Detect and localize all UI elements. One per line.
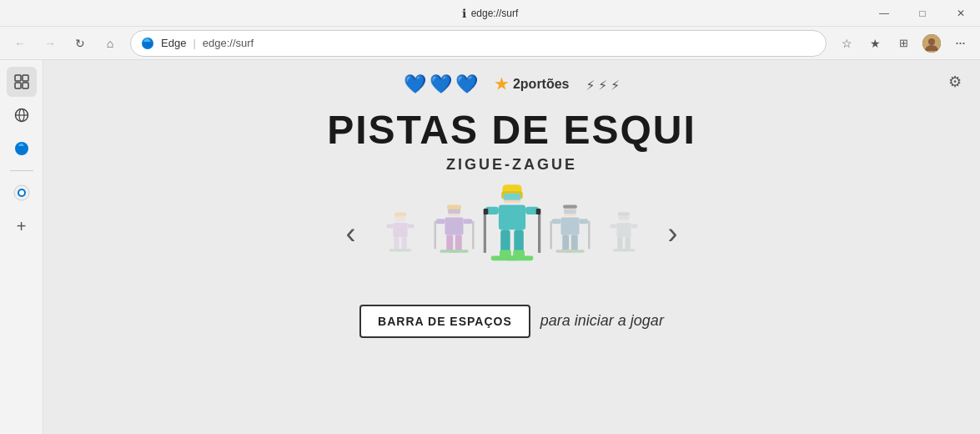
title-bar-text: edge://surf bbox=[471, 8, 519, 19]
characters-display bbox=[379, 190, 645, 278]
add-icon: + bbox=[17, 217, 27, 236]
star-icon: ★ bbox=[495, 75, 508, 93]
character-carousel: ‹ bbox=[336, 190, 688, 278]
svg-rect-16 bbox=[393, 223, 407, 237]
home-button[interactable]: ⌂ bbox=[97, 30, 123, 57]
sidebar-icon-globe[interactable] bbox=[7, 100, 37, 130]
favorites-icon: ☆ bbox=[842, 37, 852, 50]
svg-rect-43 bbox=[538, 210, 540, 253]
carousel-right-button[interactable]: › bbox=[658, 219, 688, 249]
svg-rect-61 bbox=[570, 235, 577, 250]
title-bar-controls: — □ ✕ bbox=[865, 0, 980, 26]
address-separator: | bbox=[193, 37, 195, 49]
start-section: BARRA DE ESPAÇOS para iniciar a jogar bbox=[359, 305, 664, 338]
more-icon: ··· bbox=[955, 34, 965, 52]
svg-rect-45 bbox=[535, 209, 540, 214]
svg-rect-38 bbox=[503, 193, 520, 199]
svg-rect-3 bbox=[15, 75, 21, 81]
heart-3: 💙 bbox=[455, 73, 478, 95]
game-title: PISTAS DE ESQUI bbox=[327, 108, 696, 153]
globe-icon bbox=[14, 108, 29, 123]
character-4-sprite bbox=[550, 203, 590, 273]
svg-rect-27 bbox=[435, 219, 445, 224]
home-icon: ⌂ bbox=[107, 37, 113, 50]
svg-rect-32 bbox=[455, 235, 461, 250]
carousel-left-button[interactable]: ‹ bbox=[336, 219, 366, 249]
refresh-button[interactable]: ↻ bbox=[67, 30, 93, 57]
character-5[interactable] bbox=[607, 211, 640, 270]
collections-button[interactable]: ⊞ bbox=[890, 30, 917, 57]
favorites-button[interactable]: ☆ bbox=[833, 30, 860, 57]
tabs-icon bbox=[14, 74, 29, 89]
sidebar-icon-edge[interactable] bbox=[7, 134, 37, 164]
heart-1: 💙 bbox=[404, 73, 426, 95]
svg-rect-19 bbox=[394, 237, 399, 250]
svg-rect-22 bbox=[397, 249, 411, 251]
toolbar-actions: ☆ ★ ⊞ ··· bbox=[833, 30, 973, 57]
add-favorites-icon: ★ bbox=[870, 37, 881, 50]
svg-rect-66 bbox=[618, 215, 628, 220]
refresh-icon: ↻ bbox=[75, 37, 85, 50]
address-bar[interactable]: Edge | edge://surf bbox=[130, 30, 827, 57]
sidebar-icon-tabs[interactable] bbox=[7, 67, 37, 97]
more-button[interactable]: ··· bbox=[947, 30, 973, 57]
edge-logo-icon bbox=[141, 37, 154, 50]
svg-rect-73 bbox=[621, 249, 635, 251]
game-area: ⚙ 💙 💙 💙 ★ 2portões ⚡ ⚡ ⚡ PISTAS DE ESQUI… bbox=[43, 60, 980, 434]
svg-rect-34 bbox=[449, 250, 468, 253]
svg-rect-24 bbox=[447, 204, 461, 209]
profile-avatar bbox=[922, 34, 941, 53]
forward-button[interactable]: → bbox=[37, 30, 63, 57]
spacebar-button[interactable]: BARRA DE ESPAÇOS bbox=[359, 305, 530, 338]
back-icon: ← bbox=[14, 37, 26, 50]
svg-rect-6 bbox=[23, 83, 28, 88]
hearts-display: 💙 💙 💙 bbox=[404, 73, 478, 95]
character-2-sprite bbox=[434, 203, 474, 273]
title-bar-favicon: ℹ bbox=[462, 7, 466, 20]
svg-rect-56 bbox=[551, 219, 560, 224]
svg-rect-67 bbox=[616, 223, 631, 237]
character-1-sprite bbox=[384, 211, 416, 270]
minimize-button[interactable]: — bbox=[865, 0, 903, 27]
svg-rect-26 bbox=[445, 217, 463, 235]
left-chevron-icon: ‹ bbox=[346, 216, 356, 251]
score-label: 2portões bbox=[513, 77, 570, 92]
maximize-button[interactable]: □ bbox=[903, 0, 942, 27]
svg-rect-54 bbox=[564, 209, 576, 214]
game-subtitle: ZIGUE-ZAGUE bbox=[446, 156, 577, 174]
close-button[interactable]: ✕ bbox=[942, 0, 980, 27]
svg-rect-39 bbox=[498, 204, 525, 230]
svg-rect-31 bbox=[446, 235, 453, 250]
edge-label: Edge bbox=[161, 37, 186, 49]
back-button[interactable]: ← bbox=[7, 30, 33, 57]
settings-button[interactable]: ⚙ bbox=[943, 70, 967, 93]
svg-rect-30 bbox=[472, 221, 475, 249]
character-1[interactable] bbox=[384, 211, 416, 270]
sidebar-icon-edge-brand[interactable] bbox=[7, 178, 37, 208]
svg-rect-69 bbox=[631, 224, 637, 228]
profile-button[interactable] bbox=[918, 30, 945, 57]
svg-rect-65 bbox=[617, 212, 629, 215]
svg-rect-28 bbox=[463, 219, 472, 224]
lightning-2: ⚡ bbox=[598, 76, 607, 93]
forward-icon: → bbox=[44, 37, 56, 50]
character-3[interactable] bbox=[483, 184, 540, 285]
character-2[interactable] bbox=[434, 203, 474, 273]
sidebar-icon-add[interactable]: + bbox=[7, 211, 37, 241]
svg-rect-70 bbox=[617, 237, 622, 250]
browser-toolbar: ← → ↻ ⌂ Edge | edge://surf ☆ ★ ⊞ bbox=[0, 27, 980, 60]
svg-rect-71 bbox=[625, 237, 630, 250]
character-4[interactable] bbox=[550, 203, 590, 273]
lightning-1: ⚡ bbox=[586, 76, 596, 93]
title-bar: ℹ edge://surf — □ ✕ bbox=[0, 0, 980, 27]
character-5-sprite bbox=[607, 211, 640, 270]
svg-rect-20 bbox=[401, 237, 406, 250]
sidebar-divider bbox=[10, 170, 33, 171]
add-favorites-button[interactable]: ★ bbox=[862, 30, 888, 57]
edge-brand-icon bbox=[13, 184, 30, 201]
svg-rect-53 bbox=[563, 204, 577, 208]
svg-rect-5 bbox=[15, 83, 21, 88]
svg-rect-55 bbox=[560, 217, 579, 235]
right-chevron-icon: › bbox=[668, 216, 678, 251]
svg-rect-18 bbox=[407, 224, 414, 228]
